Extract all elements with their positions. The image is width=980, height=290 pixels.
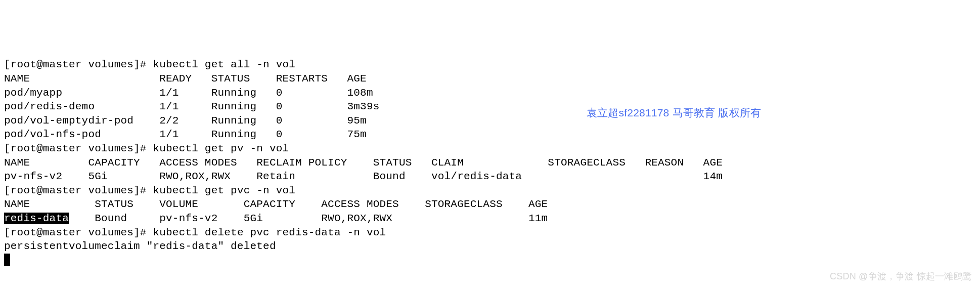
prompt: [root@master volumes]#: [4, 227, 153, 238]
command-text: kubectl delete pvc redis-data -n vol: [153, 227, 386, 238]
prompt: [root@master volumes]#: [4, 143, 153, 154]
prompt: [root@master volumes]#: [4, 59, 153, 70]
table-header: NAME CAPACITY ACCESS MODES RECLAIM POLIC…: [4, 157, 723, 169]
table-header: NAME STATUS VOLUME CAPACITY ACCESS MODES…: [4, 198, 548, 210]
table-row: pod/vol-nfs-pod 1/1 Running 0 75m: [4, 129, 367, 140]
prompt: [root@master volumes]#: [4, 185, 153, 196]
output-line: persistentvolumeclaim "redis-data" delet…: [4, 240, 276, 252]
table-row: Bound pv-nfs-v2 5Gi RWO,ROX,RWX 11m: [69, 213, 548, 224]
table-row: pod/redis-demo 1/1 Running 0 3m39s: [4, 101, 380, 112]
cursor-block: [4, 254, 10, 266]
table-row: pv-nfs-v2 5Gi RWO,ROX,RWX Retain Bound v…: [4, 171, 723, 182]
command-text: kubectl get pvc -n vol: [153, 185, 295, 196]
table-row: pod/myapp 1/1 Running 0 108m: [4, 87, 373, 99]
table-row: pod/vol-emptydir-pod 2/2 Running 0 95m: [4, 115, 367, 127]
table-header: NAME READY STATUS RESTARTS AGE: [4, 73, 367, 85]
watermark-csdn: CSDN @争渡，争渡 惊起一滩鸥鹭: [830, 270, 972, 284]
selected-text: redis-data: [4, 213, 69, 224]
command-text: kubectl get pv -n vol: [153, 143, 289, 154]
command-text: kubectl get all -n vol: [153, 59, 295, 70]
terminal-output[interactable]: [root@master volumes]# kubectl get all -…: [4, 58, 976, 267]
